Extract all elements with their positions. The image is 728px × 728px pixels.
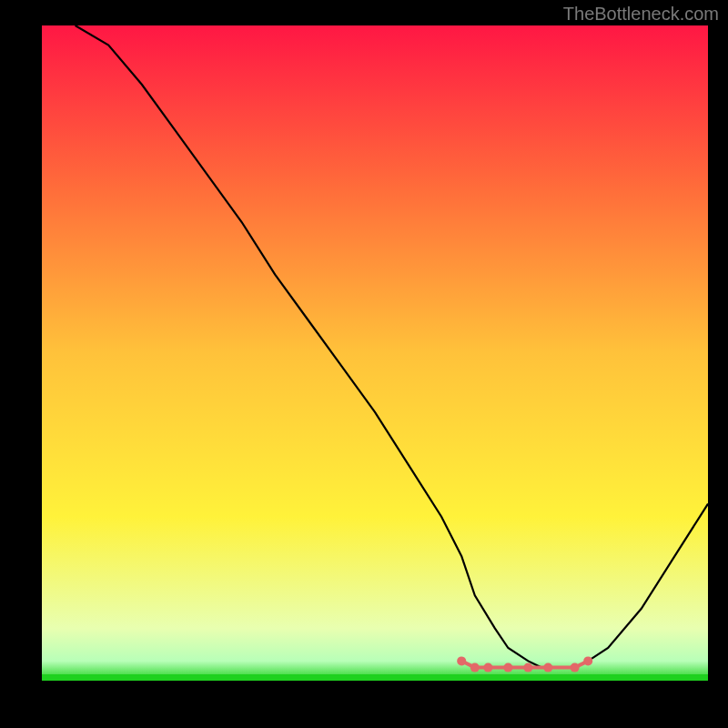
curve-layer xyxy=(42,25,708,681)
optimal-band xyxy=(42,674,708,681)
valley-marker xyxy=(571,663,580,672)
bottleneck-curve xyxy=(76,25,708,668)
valley-marker xyxy=(457,656,466,665)
valley-marker xyxy=(483,663,492,672)
valley-marker xyxy=(543,663,552,672)
watermark-text: TheBottleneck.com xyxy=(563,4,719,25)
plot-area xyxy=(42,25,708,681)
valley-marker xyxy=(503,663,512,672)
valley-marker xyxy=(583,656,592,665)
valley-marker xyxy=(523,663,532,672)
chart-container xyxy=(42,25,708,705)
valley-marker xyxy=(470,663,480,672)
